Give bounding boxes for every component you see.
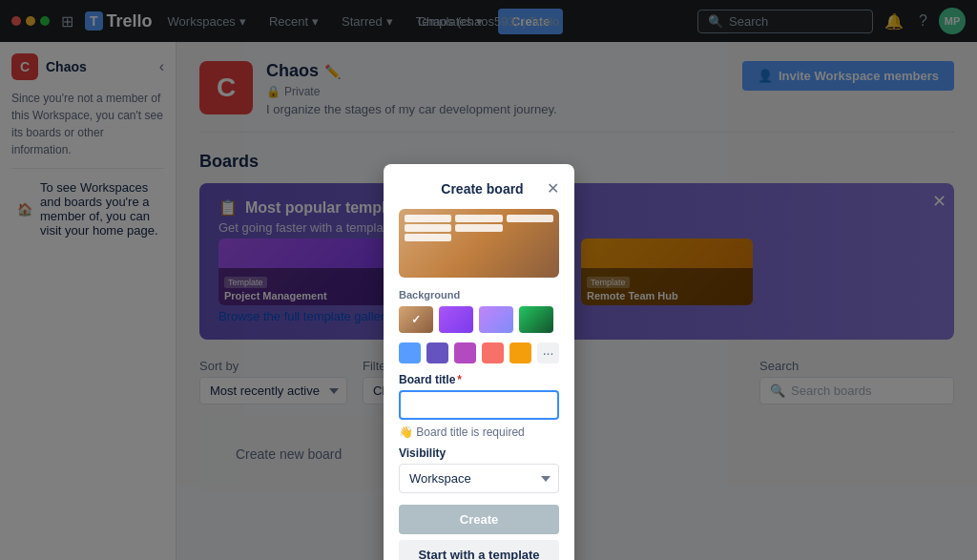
background-label: Background: [399, 289, 559, 301]
modal-close-button[interactable]: ✕: [547, 179, 559, 197]
bg-photo-option-3[interactable]: [519, 306, 553, 333]
modal-header: Create board ✕: [399, 179, 559, 197]
bg-photo-option-2[interactable]: [479, 306, 513, 333]
modal-preview: [399, 209, 559, 278]
board-title-input[interactable]: [399, 390, 559, 420]
modal-title: Create board: [418, 181, 547, 197]
visibility-label: Visibility: [399, 446, 559, 460]
board-title-warning: 👋 Board title is required: [399, 425, 559, 439]
modal-overlay: Create board ✕ Backgro: [0, 0, 977, 560]
create-board-modal: Create board ✕ Backgro: [384, 164, 574, 560]
preview-card-0: [405, 215, 451, 222]
preview-col-2: [507, 215, 553, 241]
preview-card-4: [455, 224, 502, 232]
preview-card-1: [405, 224, 451, 232]
bg-more-button[interactable]: ···: [537, 342, 559, 363]
preview-card-5: [507, 215, 553, 222]
bg-color-options: ···: [399, 342, 559, 363]
bg-color-3[interactable]: [482, 342, 504, 363]
board-title-label: Board title *: [399, 373, 559, 386]
bg-photo-options: [399, 306, 559, 333]
preview-cards: [405, 215, 553, 241]
visibility-dropdown[interactable]: Workspace Private Public: [399, 464, 559, 493]
preview-col-0: [405, 215, 451, 241]
bg-color-1[interactable]: [426, 342, 448, 363]
bg-color-2[interactable]: [454, 342, 476, 363]
bg-photo-option-1[interactable]: [439, 306, 473, 333]
start-with-template-button[interactable]: Start with a template: [399, 540, 559, 560]
bg-photo-option-0[interactable]: [399, 306, 433, 333]
preview-card-3: [455, 215, 502, 222]
preview-col-1: [455, 215, 502, 241]
create-board-button[interactable]: Create: [399, 505, 559, 534]
preview-card-2: [405, 234, 451, 241]
bg-color-4[interactable]: [509, 342, 531, 363]
bg-color-0[interactable]: [399, 342, 421, 363]
required-star: *: [457, 373, 462, 386]
visibility-select-wrap: Workspace Private Public: [399, 464, 559, 493]
